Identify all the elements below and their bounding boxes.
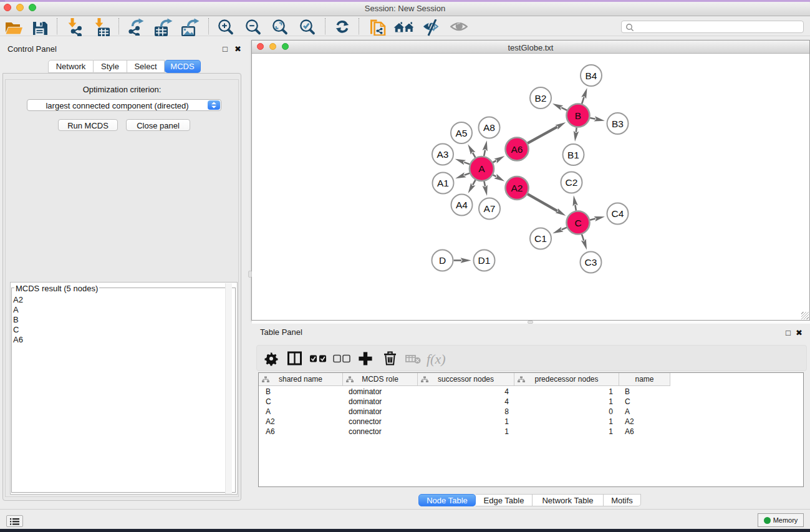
svg-text:A3: A3 — [437, 149, 449, 160]
svg-text:C3: C3 — [585, 257, 597, 268]
svg-text:A1: A1 — [437, 178, 449, 188]
svg-text:C2: C2 — [566, 177, 578, 188]
svg-text:A2: A2 — [511, 183, 523, 193]
svg-text:B2: B2 — [535, 93, 547, 104]
svg-text:B4: B4 — [586, 70, 597, 81]
svg-text:A6: A6 — [511, 144, 523, 155]
svg-text:C4: C4 — [612, 208, 624, 219]
svg-text:A8: A8 — [483, 122, 495, 133]
svg-text:A5: A5 — [456, 128, 468, 138]
svg-text:D1: D1 — [478, 255, 491, 266]
svg-text:f(x): f(x) — [427, 351, 446, 367]
svg-text:B1: B1 — [567, 150, 579, 160]
svg-text:C1: C1 — [534, 233, 547, 244]
svg-text:A: A — [478, 163, 485, 174]
svg-text:A7: A7 — [484, 203, 496, 214]
svg-text:B3: B3 — [612, 118, 624, 129]
svg-text:B: B — [575, 110, 581, 121]
svg-text:C: C — [574, 218, 581, 228]
svg-text:A4: A4 — [456, 200, 468, 210]
svg-text:D: D — [439, 255, 446, 266]
